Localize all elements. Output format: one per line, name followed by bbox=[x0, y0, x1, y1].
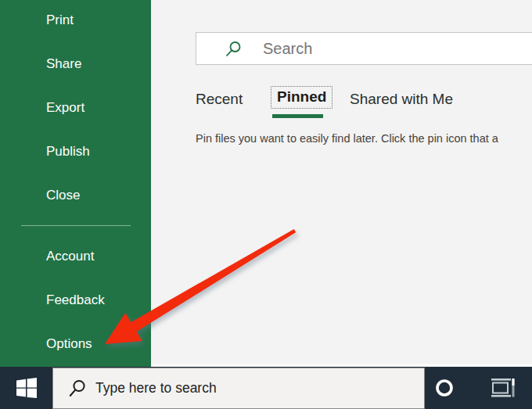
sidebar-item-account[interactable]: Account bbox=[46, 249, 94, 264]
search-icon bbox=[225, 41, 242, 58]
sidebar-item-share[interactable]: Share bbox=[46, 56, 81, 72]
backstage-sidebar: Print Share Export Publish Close Account… bbox=[0, 0, 151, 367]
taskbar-search-icon bbox=[69, 379, 86, 398]
pinned-tab-hint-text: Pin files you want to easily find later.… bbox=[196, 132, 532, 145]
taskbar-search-box[interactable] bbox=[52, 368, 425, 409]
backstage-search-box[interactable] bbox=[196, 32, 532, 65]
sidebar-item-feedback[interactable]: Feedback bbox=[46, 292, 105, 308]
cortana-icon bbox=[434, 378, 455, 398]
active-tab-underline bbox=[272, 114, 323, 118]
task-view-icon bbox=[490, 376, 515, 400]
backstage-search-input[interactable] bbox=[263, 33, 521, 64]
sidebar-item-export[interactable]: Export bbox=[46, 100, 84, 116]
tab-recent[interactable]: Recent bbox=[196, 91, 243, 108]
task-view-button[interactable] bbox=[482, 367, 523, 409]
tab-shared-with-me[interactable]: Shared with Me bbox=[350, 91, 453, 108]
sidebar-item-close[interactable]: Close bbox=[46, 188, 80, 203]
windows-taskbar bbox=[0, 367, 532, 409]
start-button[interactable] bbox=[0, 367, 52, 409]
cortana-button[interactable] bbox=[425, 367, 464, 409]
sidebar-item-print[interactable]: Print bbox=[46, 13, 74, 28]
excel-backstage-screen: Print Share Export Publish Close Account… bbox=[0, 0, 532, 409]
sidebar-item-publish[interactable]: Publish bbox=[46, 144, 90, 160]
windows-logo-icon bbox=[16, 378, 37, 398]
sidebar-divider bbox=[21, 225, 131, 226]
tab-pinned[interactable]: Pinned bbox=[271, 86, 332, 109]
taskbar-search-input[interactable] bbox=[95, 368, 408, 408]
sidebar-item-options[interactable]: Options bbox=[46, 336, 92, 352]
